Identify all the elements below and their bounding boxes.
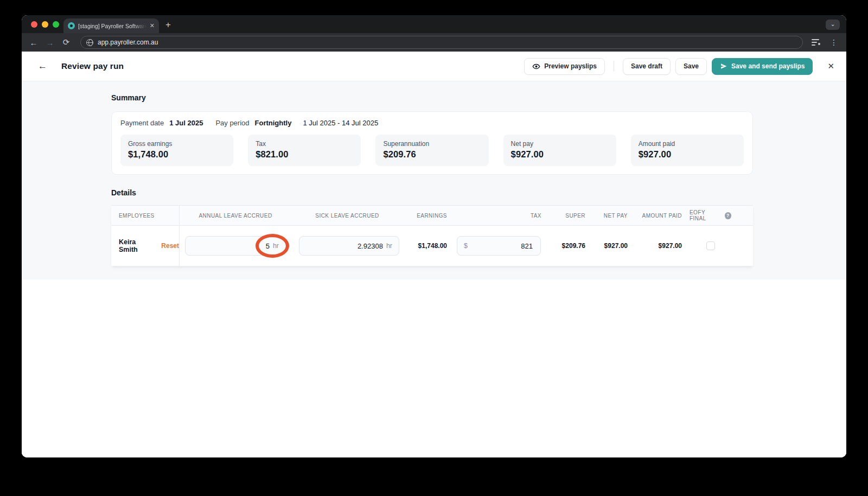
browser-menu-icon[interactable]: ⋮ [830, 38, 838, 47]
stat-amount-paid: Amount paid $927.00 [631, 135, 744, 166]
save-button[interactable]: Save [675, 58, 707, 75]
tab-close-icon[interactable]: ✕ [150, 22, 155, 29]
col-annual-leave: ANNUAL LEAVE ACCRUED [180, 206, 291, 225]
pay-run-body: Summary Payment date 1 Jul 2025 Pay peri… [22, 81, 846, 279]
pay-period-value: Fortnightly [255, 119, 292, 127]
eofy-info-icon[interactable]: ? [725, 212, 731, 219]
browser-window: [staging] Payroller Software W ✕ + ⌄ ← →… [22, 15, 846, 457]
tab-search-chevron-icon[interactable]: ⌄ [826, 20, 840, 30]
col-eofy-final: EOFY FINAL ? [690, 206, 753, 225]
col-employees: EMPLOYEES [111, 206, 180, 225]
tab-strip: [staging] Payroller Software W ✕ + ⌄ [22, 15, 846, 33]
summary-section-title: Summary [111, 93, 846, 102]
annual-leave-cell: 5 hr [180, 226, 291, 266]
net-pay-value: $927.00 [593, 226, 635, 266]
preview-payslips-button[interactable]: Preview payslips [524, 58, 605, 75]
super-value: $209.76 [547, 226, 593, 266]
close-page-icon[interactable]: ✕ [827, 61, 834, 71]
eofy-final-cell [690, 226, 753, 266]
empty-page-area [22, 279, 846, 457]
details-section-title: Details [111, 188, 846, 197]
payment-date-label: Payment date [120, 119, 164, 127]
paper-plane-icon [720, 62, 727, 70]
stat-superannuation: Superannuation $209.76 [375, 135, 488, 166]
eye-icon [532, 62, 540, 71]
pay-run-table: EMPLOYEES ANNUAL LEAVE ACCRUED SICK LEAV… [111, 205, 753, 266]
amount-paid-value: $927.00 [635, 226, 690, 266]
reading-list-icon[interactable] [812, 39, 820, 46]
pay-period-label: Pay period [215, 119, 249, 127]
page-title: Review pay run [61, 61, 124, 71]
annual-leave-input[interactable]: 5 hr [185, 236, 286, 256]
minimize-window-button[interactable] [42, 21, 48, 28]
close-window-button[interactable] [31, 21, 37, 28]
stat-tax: Tax $821.00 [248, 135, 361, 166]
col-amount-paid: AMOUNT PAID [635, 206, 690, 225]
browser-tab[interactable]: [staging] Payroller Software W ✕ [63, 18, 159, 33]
col-super: SUPER [547, 206, 593, 225]
employee-cell: Keira Smith Reset [111, 226, 180, 266]
sick-leave-cell: 2.92308 hr [291, 226, 403, 266]
site-globe-icon [86, 39, 93, 46]
col-earnings: EARNINGS [403, 206, 455, 225]
save-draft-button[interactable]: Save draft [623, 58, 671, 75]
eofy-final-checkbox[interactable] [706, 241, 715, 250]
table-header-row: EMPLOYEES ANNUAL LEAVE ACCRUED SICK LEAV… [111, 205, 753, 226]
header-divider [614, 61, 614, 72]
col-sick-leave: SICK LEAVE ACCRUED [291, 206, 403, 225]
table-row: Keira Smith Reset 5 hr 2.92308 hr [111, 226, 753, 266]
browser-toolbar: ← → ⟳ app.payroller.com.au ⋮ [22, 33, 846, 52]
page-content: ← Review pay run Preview payslips Save d… [22, 52, 846, 457]
earnings-value: $1,748.00 [403, 226, 455, 266]
payment-date-value: 1 Jul 2025 [169, 119, 203, 127]
url-text: app.payroller.com.au [98, 39, 158, 46]
pay-period-range: 1 Jul 2025 - 14 Jul 2025 [303, 119, 378, 127]
stat-gross-earnings: Gross earnings $1,748.00 [120, 135, 233, 166]
reset-link[interactable]: Reset [161, 242, 179, 250]
zoom-window-button[interactable] [53, 21, 59, 28]
url-bar[interactable]: app.payroller.com.au [80, 36, 803, 49]
page-header: ← Review pay run Preview payslips Save d… [22, 52, 846, 81]
currency-prefix: $ [464, 242, 468, 250]
employee-name: Keira Smith [119, 238, 156, 253]
save-and-send-button[interactable]: Save and send payslips [712, 58, 813, 75]
reload-icon[interactable]: ⟳ [61, 37, 72, 47]
tab-title: [staging] Payroller Software W [78, 23, 146, 29]
tax-input[interactable]: $ 821 [457, 236, 541, 256]
summary-card: Payment date 1 Jul 2025 Pay period Fortn… [111, 111, 753, 175]
page-back-icon[interactable]: ← [38, 61, 47, 72]
payroller-favicon-icon [68, 22, 75, 29]
back-icon[interactable]: ← [28, 38, 39, 47]
forward-icon[interactable]: → [44, 38, 55, 47]
stat-net-pay: Net pay $927.00 [503, 135, 616, 166]
col-tax: TAX [455, 206, 547, 225]
col-net-pay: NET PAY [593, 206, 635, 225]
new-tab-button[interactable]: + [165, 20, 171, 30]
sick-leave-input[interactable]: 2.92308 hr [299, 236, 399, 256]
window-controls [31, 21, 59, 28]
